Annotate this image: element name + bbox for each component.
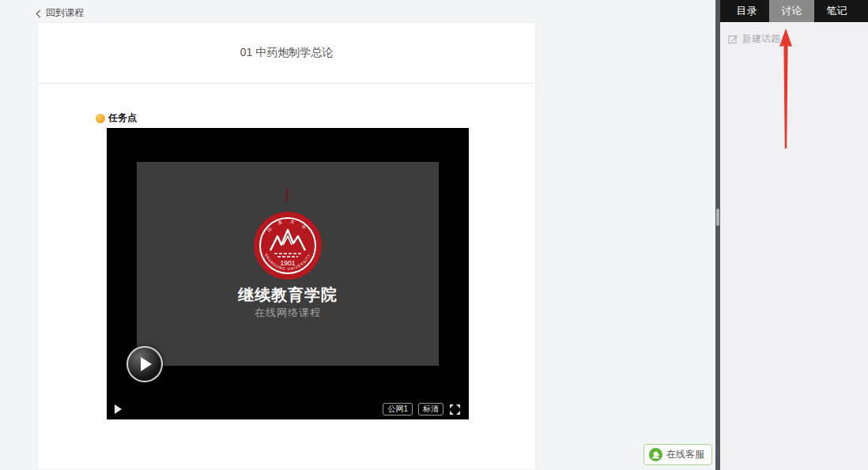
support-agent-icon	[649, 448, 662, 461]
back-to-course-link[interactable]: 回到课程	[37, 6, 84, 20]
new-topic-label: 新建话题	[742, 32, 780, 46]
video-overlay-subtitle: 在线网络课程	[137, 306, 439, 320]
video-screen[interactable]: 1901 SHANDONG UNIVERSITY 山 东 大 学 继续教育学院 …	[137, 162, 439, 366]
university-logo: 1901 SHANDONG UNIVERSITY 山 东 大 学	[254, 212, 322, 280]
tab-discussion[interactable]: 讨论	[769, 0, 814, 22]
lesson-title: 01 中药炮制学总论	[240, 46, 333, 60]
course-player-page: 回到课程 01 中药炮制学总论 任务点	[0, 0, 868, 470]
sidebar-tabbar: 目录 讨论 笔记	[720, 0, 868, 22]
chevron-left-icon	[36, 9, 44, 17]
splitter-drag-handle[interactable]	[716, 209, 719, 226]
video-red-tick	[286, 188, 288, 201]
task-point-icon	[96, 114, 105, 123]
tab-notes[interactable]: 笔记	[814, 0, 859, 22]
tab-catalog[interactable]: 目录	[724, 0, 769, 22]
edit-pencil-icon	[728, 34, 738, 44]
task-point-row: 任务点	[96, 111, 137, 125]
fullscreen-icon[interactable]	[449, 404, 461, 415]
back-link-label: 回到课程	[46, 6, 84, 20]
new-topic-button[interactable]: 新建话题	[728, 32, 780, 46]
lesson-title-block: 01 中药炮制学总论	[38, 23, 535, 84]
right-sidebar: 目录 讨论 笔记 新建话题	[720, 0, 868, 470]
big-play-button[interactable]	[126, 346, 163, 382]
line-select-button[interactable]: 公网1	[383, 403, 413, 415]
online-support-button[interactable]: 在线客服	[643, 444, 712, 465]
control-right-group: 公网1 标清	[383, 403, 461, 415]
logo-year-text: 1901	[281, 259, 296, 267]
video-control-bar: 公网1 标清	[107, 399, 469, 419]
task-point-label: 任务点	[108, 111, 137, 125]
video-overlay-title: 继续教育学院	[137, 284, 439, 306]
play-icon	[141, 357, 152, 371]
video-player[interactable]: 1901 SHANDONG UNIVERSITY 山 东 大 学 继续教育学院 …	[107, 128, 469, 419]
online-support-label: 在线客服	[666, 448, 704, 461]
play-control-icon[interactable]	[115, 404, 122, 414]
quality-select-button[interactable]: 标清	[418, 403, 443, 415]
